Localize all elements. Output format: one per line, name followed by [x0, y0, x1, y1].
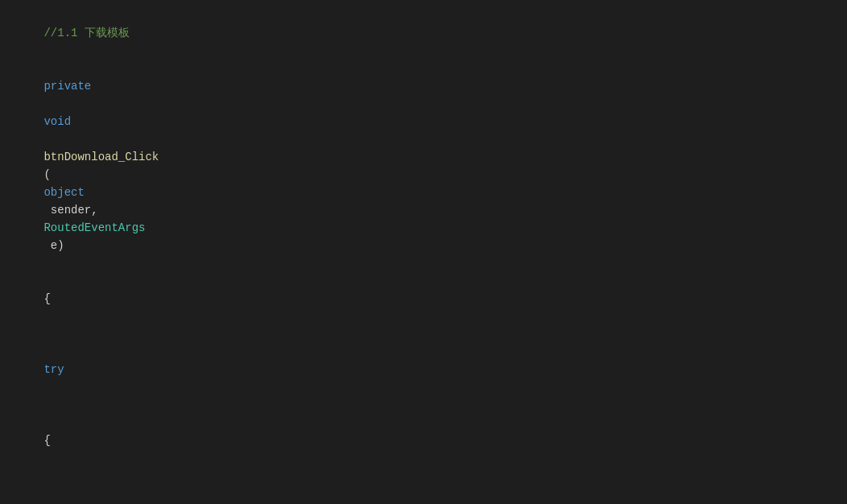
type: RoutedEventArgs	[43, 221, 145, 234]
keyword: void	[43, 115, 71, 128]
code-line: //1.1 下载模板	[0, 6, 847, 60]
code-line: {	[0, 396, 847, 467]
code-container: //1.1 下载模板 private void btnDownload_Clic…	[0, 0, 847, 504]
try-keyword: try	[43, 363, 64, 376]
code-line: try	[0, 325, 847, 396]
code-line: //（1）、获取项目中文件	[0, 467, 847, 504]
keyword: private	[43, 80, 91, 93]
method-name: btnDownload_Click	[43, 151, 159, 163]
keyword: object	[43, 186, 84, 199]
comment-text: //1.1 下载模板	[43, 27, 129, 39]
code-line: {	[0, 272, 847, 325]
code-line: private void btnDownload_Click ( object …	[0, 60, 847, 272]
